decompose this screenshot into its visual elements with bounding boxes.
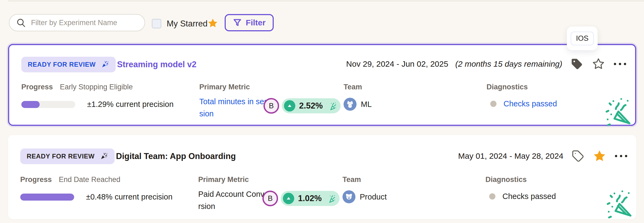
primary-metric-section: Primary Metric Total minutes in session …: [199, 83, 272, 120]
lift-pill: 2.52%: [282, 98, 341, 113]
top-divider: [8, 1, 644, 1]
star-button[interactable]: [592, 149, 607, 163]
tag-outline-icon: [572, 150, 584, 162]
variant-lift-group: B 1.02%: [262, 191, 340, 206]
progress-bar-fill: [21, 101, 40, 108]
date-range: May 01, 2024 - May 28, 2024: [458, 151, 563, 161]
progress-section: Progress Early Stopping Eligible ±1.29% …: [21, 83, 174, 109]
platform-chip: IOS: [571, 32, 594, 45]
experiment-title-link[interactable]: Digital Team: App Onboarding: [116, 151, 236, 161]
primary-metric-section: Primary Metric Paid Account Conversion B…: [198, 175, 270, 212]
team-avatar-llama-icon: [344, 98, 357, 111]
star-icon: [207, 18, 218, 29]
tag-button[interactable]: [570, 57, 584, 71]
lift-up-arrow-icon: [284, 100, 295, 112]
primary-metric-name[interactable]: Paid Account Conversion: [198, 188, 270, 212]
diagnostics-dot-icon: [490, 101, 496, 107]
star-button[interactable]: [591, 57, 605, 71]
diagnostics-section: Diagnostics Checks passed: [485, 175, 556, 201]
variant-badge: B: [262, 191, 278, 206]
diagnostics-dot-icon: [489, 193, 495, 200]
search-input[interactable]: [9, 14, 145, 31]
experiment-title-link[interactable]: Streaming model v2: [117, 60, 197, 69]
my-starred-checkbox[interactable]: [152, 19, 161, 28]
progress-label: Progress: [21, 83, 53, 91]
team-label: Team: [344, 83, 362, 91]
team-name: Product: [360, 192, 387, 201]
experiment-card-digital-team-app-onboarding[interactable]: READY FOR REVIEW Digital Team: App Onboa…: [8, 135, 636, 219]
star-outline-icon: [592, 58, 605, 70]
primary-metric-label: Primary Metric: [199, 83, 250, 91]
progress-bar-track: [20, 194, 74, 201]
precision-text: ±0.48% current precision: [86, 192, 173, 201]
variant-lift-group: B 2.52%: [263, 98, 341, 114]
variant-badge: B: [263, 98, 279, 114]
confetti-decoration-icon: [602, 187, 632, 220]
diagnostics-label: Diagnostics: [485, 175, 527, 184]
celebration-icon: [326, 193, 336, 204]
more-actions-button[interactable]: [614, 149, 628, 163]
platform-tooltip: IOS: [567, 26, 598, 50]
status-badge-label: READY FOR REVIEW: [28, 61, 96, 68]
ellipsis-icon: [614, 153, 628, 159]
progress-status: End Date Reached: [59, 175, 120, 184]
diagnostics-status-link[interactable]: Checks passed: [503, 99, 557, 108]
lift-pill: 1.02%: [281, 191, 340, 206]
confetti-decoration-icon: [601, 95, 631, 128]
team-label: Team: [342, 175, 361, 184]
search-box: [9, 14, 145, 31]
team-section: Team Product: [342, 175, 387, 203]
more-actions-button[interactable]: [613, 57, 627, 71]
lift-value: 2.52%: [299, 101, 323, 111]
ellipsis-icon: [613, 61, 627, 67]
primary-metric-label: Primary Metric: [198, 175, 249, 184]
diagnostics-label: Diagnostics: [487, 83, 528, 91]
diagnostics-status: Checks passed: [502, 192, 556, 201]
precision-text: ±1.29% current precision: [87, 100, 174, 109]
team-avatar-bear-icon: [342, 190, 355, 203]
progress-section: Progress End Date Reached ±0.48% current…: [20, 175, 173, 201]
team-name: ML: [361, 100, 372, 109]
tag-icon: [571, 58, 583, 70]
team-section: Team ML: [344, 83, 372, 111]
progress-status: Early Stopping Eligible: [60, 83, 133, 91]
party-popper-icon: [100, 152, 108, 161]
experiment-list-page: My Starred Filter IOS READY FOR REVIEW S…: [0, 0, 644, 223]
status-badge: READY FOR REVIEW: [20, 148, 115, 164]
progress-bar-fill: [20, 194, 74, 201]
star-filled-icon: [593, 149, 606, 163]
tag-button[interactable]: [571, 149, 585, 163]
status-badge: READY FOR REVIEW: [21, 57, 116, 72]
experiment-card-streaming-model-v2[interactable]: READY FOR REVIEW Streaming model v2 Nov …: [8, 44, 636, 126]
date-range: Nov 29, 2024 - Jun 02, 2025: [346, 59, 448, 69]
time-remaining: (2 months 15 days remaining): [455, 59, 562, 69]
status-badge-label: READY FOR REVIEW: [27, 153, 95, 160]
filter-button[interactable]: Filter: [225, 14, 274, 31]
progress-label: Progress: [20, 175, 52, 184]
celebration-icon: [327, 101, 337, 111]
card-header-right: Nov 29, 2024 - Jun 02, 2025 (2 months 15…: [346, 57, 627, 71]
funnel-icon: [233, 18, 242, 27]
diagnostics-section: Diagnostics Checks passed: [487, 83, 557, 108]
party-popper-icon: [101, 60, 109, 69]
my-starred-label[interactable]: My Starred: [167, 19, 208, 29]
primary-metric-link[interactable]: Total minutes in session: [199, 96, 272, 120]
lift-value: 1.02%: [298, 194, 322, 203]
card-header-right: May 01, 2024 - May 28, 2024: [458, 149, 628, 163]
progress-bar-track: [21, 101, 75, 108]
filter-button-label: Filter: [246, 18, 265, 27]
lift-up-arrow-icon: [283, 193, 294, 204]
